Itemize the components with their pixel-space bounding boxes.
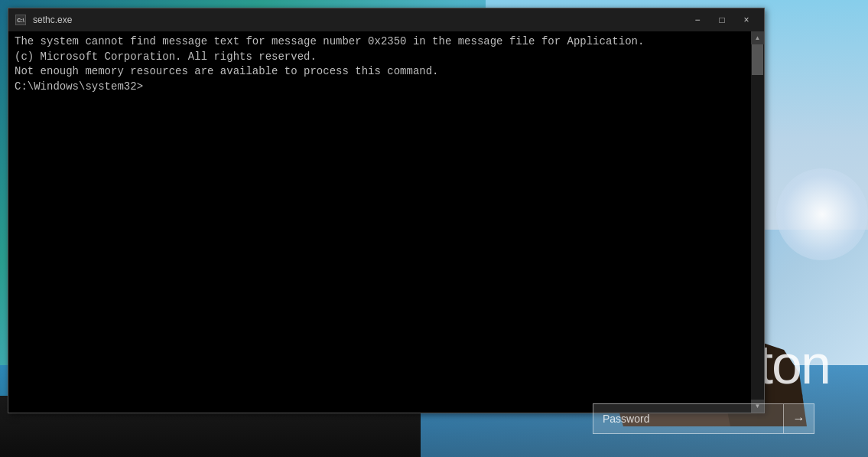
cmd-line-3: (c) Microsoft Corporation. All rights re… bbox=[15, 50, 745, 65]
cmd-controls: − □ × bbox=[686, 12, 758, 28]
cmd-line-4: Not enough memory resources are availabl… bbox=[15, 64, 745, 80]
scrollbar-thumb[interactable] bbox=[752, 44, 763, 75]
close-button[interactable]: × bbox=[735, 12, 758, 28]
cmd-body: The system cannot find message text for … bbox=[8, 31, 764, 413]
minimize-button[interactable]: − bbox=[686, 12, 709, 28]
scrollbar-up-arrow[interactable]: ▲ bbox=[751, 31, 764, 44]
cmd-icon: C:\ bbox=[15, 14, 27, 26]
desktop: pton C:\ sethc.exe − □ × The system cann… bbox=[0, 0, 868, 457]
cmd-scrollbar[interactable]: ▲ ▼ bbox=[751, 31, 764, 413]
scrollbar-track[interactable] bbox=[751, 44, 764, 400]
cmd-titlebar: C:\ sethc.exe − □ × bbox=[8, 8, 764, 31]
password-area: → bbox=[593, 403, 814, 434]
cmd-content: The system cannot find message text for … bbox=[8, 31, 751, 413]
cmd-line-1: The system cannot find message text for … bbox=[15, 34, 745, 50]
maximize-button[interactable]: □ bbox=[710, 12, 733, 28]
cmd-line-6: C:\Windows\system32> bbox=[15, 80, 745, 95]
password-submit-button[interactable]: → bbox=[784, 403, 814, 434]
cmd-window: C:\ sethc.exe − □ × The system cannot fi… bbox=[8, 8, 765, 413]
cmd-title: sethc.exe bbox=[33, 15, 686, 25]
password-input[interactable] bbox=[593, 403, 784, 434]
